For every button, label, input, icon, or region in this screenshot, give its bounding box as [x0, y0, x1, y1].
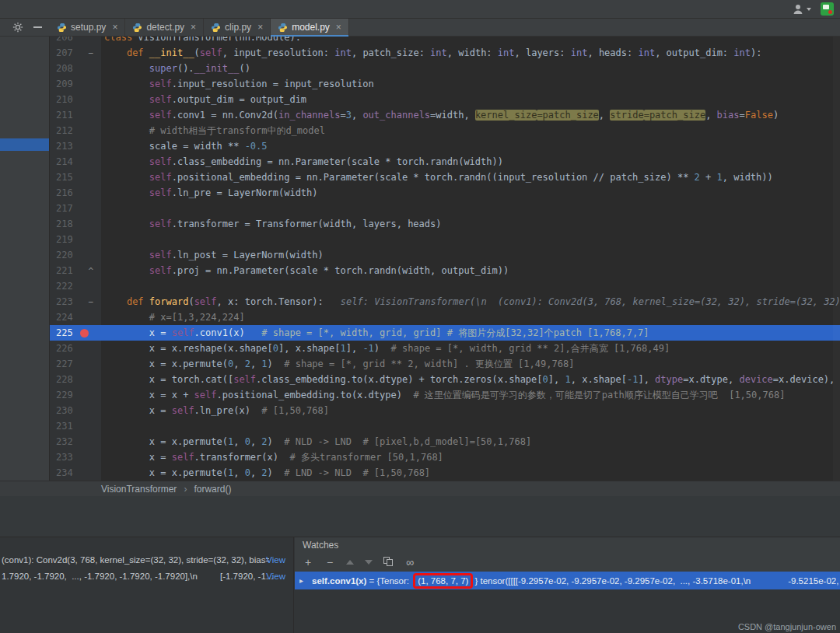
code-line-227[interactable]: 227 x = x.permute(0, 2, 1) # shape = [*,… — [50, 356, 840, 372]
tab-close-icon[interactable]: × — [336, 22, 341, 33]
gutter[interactable]: 221^ — [50, 263, 101, 278]
gutter[interactable]: 220 — [50, 247, 101, 263]
gutter[interactable]: 213 — [50, 138, 101, 154]
code-line-218[interactable]: 218 self.transformer = Transformer(width… — [50, 216, 840, 232]
breadcrumb-item-method[interactable]: forward() — [194, 484, 231, 495]
variables-pane[interactable]: (conv1): Conv2d(3, 768, kernel_size=(32,… — [0, 537, 294, 633]
gutter[interactable]: 217 — [50, 201, 101, 216]
project-tool-window[interactable] — [0, 37, 50, 481]
gutter[interactable]: 216 — [50, 185, 101, 201]
user-menu[interactable] — [792, 3, 811, 16]
tab-close-icon[interactable]: × — [257, 22, 263, 33]
duplicate-watch-icon[interactable] — [383, 557, 394, 567]
gutter[interactable]: 209 — [50, 76, 101, 92]
gutter[interactable]: 228 — [50, 372, 101, 387]
code-line-232[interactable]: 232 x = x.permute(1, 0, 2) # NLD -> LND … — [50, 434, 840, 449]
code-line-213[interactable]: 213 scale = width ** -0.5 — [50, 138, 840, 154]
gutter[interactable]: 226 — [50, 341, 101, 356]
watches-header: Watches — [295, 537, 840, 552]
view-link[interactable]: View — [266, 555, 285, 565]
fold-icon[interactable]: − — [88, 298, 93, 306]
code-line-219[interactable]: 219 — [50, 232, 840, 247]
gutter[interactable]: 206 — [50, 37, 101, 45]
code-line-224[interactable]: 224 # x=[1,3,224,224] — [50, 310, 840, 325]
code-line-230[interactable]: 230 x = self.ln_pre(x) # [1,50,768] — [50, 403, 840, 418]
code-line-231[interactable]: 231 — [50, 418, 840, 434]
code-line-209[interactable]: 209 self.input_resolution = input_resolu… — [50, 76, 840, 92]
tab-close-icon[interactable]: × — [112, 22, 117, 33]
breadcrumb-item-class[interactable]: VisionTransformer — [101, 484, 177, 495]
move-up-icon[interactable] — [346, 560, 354, 565]
fold-icon[interactable]: − — [88, 49, 93, 58]
line-number: 220 — [50, 247, 73, 263]
watch-row[interactable]: ▸ self.conv1(x) = {Tensor: (1, 768, 7, 7… — [295, 572, 840, 589]
code-line-210[interactable]: 210 self.output_dim = output_dim — [50, 92, 840, 107]
fold-end-icon[interactable]: ^ — [88, 267, 93, 275]
code-line-214[interactable]: 214 self.class_embedding = nn.Parameter(… — [50, 154, 840, 170]
gutter[interactable]: 223− — [50, 294, 101, 310]
gutter[interactable]: 212 — [50, 123, 101, 138]
code-line-216[interactable]: 216 self.ln_pre = LayerNorm(width) — [50, 185, 840, 201]
hide-panel-icon[interactable] — [33, 26, 42, 28]
gutter[interactable]: 231 — [50, 418, 101, 434]
gutter[interactable]: 215 — [50, 170, 101, 185]
code-line-206[interactable]: 206class VisionTransformer(nn.Module): — [50, 37, 840, 45]
code-line-226[interactable]: 226 x = x.reshape(x.shape[0], x.shape[1]… — [50, 341, 840, 356]
line-number: 226 — [50, 341, 73, 356]
gutter[interactable]: 208 — [50, 61, 101, 76]
gutter[interactable]: 218 — [50, 216, 101, 232]
code-line-208[interactable]: 208 super().__init__() — [50, 61, 840, 76]
gutter[interactable]: 211 — [50, 107, 101, 123]
code-line-228[interactable]: 228 x = torch.cat([self.class_embedding.… — [50, 372, 840, 387]
breakpoint-icon[interactable] — [80, 329, 89, 337]
screen-capture-icon[interactable] — [821, 2, 834, 16]
project-selected-row[interactable] — [0, 138, 49, 151]
code-line-221[interactable]: 221^ self.proj = nn.Parameter(scale * to… — [50, 263, 840, 278]
code-line-229[interactable]: 229 x = x + self.positional_embedding.to… — [50, 387, 840, 403]
tab-detect.py[interactable]: detect.py× — [125, 19, 204, 36]
tab-label: detect.py — [146, 22, 184, 33]
code-line-207[interactable]: 207− def __init__(self, input_resolution… — [50, 45, 840, 61]
add-watch-icon[interactable]: + — [303, 557, 313, 568]
tab-clip.py[interactable]: clip.py× — [204, 19, 271, 36]
code-line-217[interactable]: 217 — [50, 201, 840, 216]
code-line-212[interactable]: 212 # width相当于transform中的d_model — [50, 123, 840, 138]
inline-watches-icon[interactable]: ∞ — [404, 557, 415, 568]
tab-model.py[interactable]: model.py× — [271, 19, 349, 36]
expand-chevron-icon[interactable]: ▸ — [299, 576, 303, 585]
code-line-225[interactable]: 225 x = self.conv1(x) # shape = [*, widt… — [50, 325, 840, 341]
code-line-234[interactable]: 234 x = x.permute(1, 0, 2) # LND -> NLD … — [50, 465, 840, 481]
gutter[interactable]: 210 — [50, 92, 101, 107]
gutter[interactable]: 232 — [50, 434, 101, 449]
move-down-icon[interactable] — [365, 560, 373, 565]
gutter[interactable]: 214 — [50, 154, 101, 170]
code-line-215[interactable]: 215 self.positional_embedding = nn.Param… — [50, 170, 840, 185]
code-line-220[interactable]: 220 self.ln_post = LayerNorm(width) — [50, 247, 840, 263]
code-line-211[interactable]: 211 self.conv1 = nn.Conv2d(in_channels=3… — [50, 107, 840, 123]
variable-row[interactable]: 1.7920, -1.7920, ..., -1.7920, -1.7920, … — [2, 572, 290, 584]
code-line-223[interactable]: 223− def forward(self, x: torch.Tensor):… — [50, 294, 840, 310]
view-link[interactable]: View — [266, 572, 285, 581]
gutter[interactable]: 230 — [50, 403, 101, 418]
tab-close-icon[interactable]: × — [191, 22, 196, 33]
code-line-222[interactable]: 222 — [50, 278, 840, 294]
gutter[interactable]: 229 — [50, 387, 101, 403]
variable-row[interactable]: (conv1): Conv2d(3, 768, kernel_size=(32,… — [2, 555, 290, 568]
code-line-233[interactable]: 233 x = self.transformer(x) # 多头transfor… — [50, 449, 840, 465]
line-number: 223 — [50, 294, 73, 310]
gutter[interactable]: 219 — [50, 232, 101, 247]
gear-icon[interactable] — [12, 22, 23, 33]
gutter[interactable]: 225 — [50, 325, 101, 341]
line-number: 232 — [50, 434, 73, 449]
tab-setup.py[interactable]: setup.py× — [50, 19, 125, 36]
line-number: 206 — [50, 37, 73, 45]
gutter[interactable]: 234 — [50, 465, 101, 481]
gutter[interactable]: 224 — [50, 310, 101, 325]
gutter[interactable]: 233 — [50, 449, 101, 465]
remove-watch-icon[interactable]: − — [324, 557, 335, 568]
code-editor[interactable]: 206class VisionTransformer(nn.Module):20… — [50, 37, 840, 481]
gutter[interactable]: 227 — [50, 356, 101, 372]
tab-bar: setup.py×detect.py×clip.py×model.py× — [0, 19, 840, 37]
gutter[interactable]: 222 — [50, 278, 101, 294]
gutter[interactable]: 207− — [50, 45, 101, 61]
